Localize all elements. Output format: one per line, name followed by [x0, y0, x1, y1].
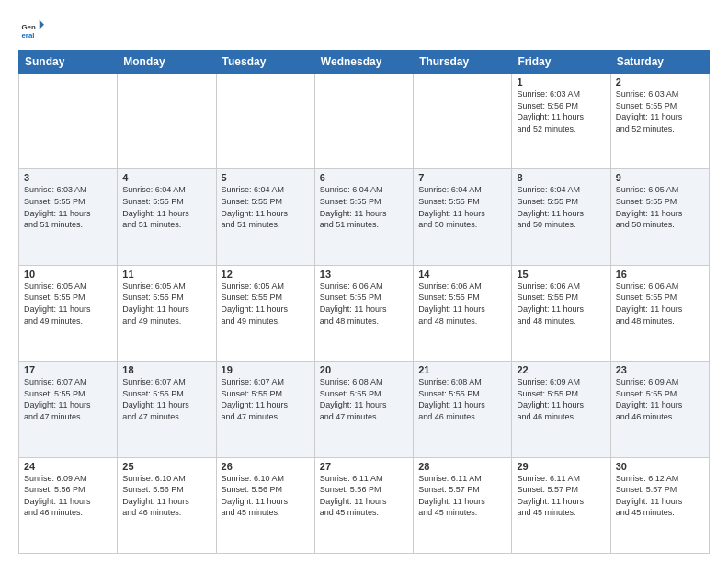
day-cell: 6Sunrise: 6:04 AM Sunset: 5:55 PM Daylig…: [314, 169, 413, 265]
day-info: Sunrise: 6:06 AM Sunset: 5:55 PM Dayligh…: [418, 281, 506, 327]
weekday-header-monday: Monday: [118, 51, 216, 74]
day-number: 4: [122, 172, 210, 183]
day-info: Sunrise: 6:04 AM Sunset: 5:55 PM Dayligh…: [418, 184, 506, 230]
day-cell: 10Sunrise: 6:05 AM Sunset: 5:55 PM Dayli…: [19, 265, 118, 361]
day-number: 29: [517, 461, 605, 472]
day-cell: [414, 74, 512, 169]
day-cell: 28Sunrise: 6:11 AM Sunset: 5:57 PM Dayli…: [414, 457, 512, 553]
weekday-header-friday: Friday: [512, 51, 610, 74]
day-number: 15: [517, 269, 605, 280]
day-number: 10: [24, 269, 112, 280]
calendar-page: Gen eral SundayMondayTuesdayWednesdayThu…: [0, 0, 728, 563]
day-info: Sunrise: 6:08 AM Sunset: 5:55 PM Dayligh…: [418, 376, 506, 422]
weekday-header-wednesday: Wednesday: [314, 51, 413, 74]
day-number: 5: [222, 172, 310, 183]
day-number: 28: [418, 461, 506, 472]
day-cell: 7Sunrise: 6:04 AM Sunset: 5:55 PM Daylig…: [414, 169, 512, 265]
day-cell: 29Sunrise: 6:11 AM Sunset: 5:57 PM Dayli…: [512, 457, 610, 553]
day-info: Sunrise: 6:09 AM Sunset: 5:56 PM Dayligh…: [24, 473, 112, 519]
page-header: Gen eral: [18, 17, 710, 42]
day-cell: [314, 74, 413, 169]
day-cell: [216, 74, 314, 169]
day-number: 1: [517, 76, 605, 87]
day-cell: 20Sunrise: 6:08 AM Sunset: 5:55 PM Dayli…: [314, 362, 413, 457]
day-info: Sunrise: 6:03 AM Sunset: 5:56 PM Dayligh…: [517, 88, 605, 134]
day-info: Sunrise: 6:11 AM Sunset: 5:56 PM Dayligh…: [320, 473, 408, 519]
day-cell: 8Sunrise: 6:04 AM Sunset: 5:55 PM Daylig…: [512, 169, 610, 265]
day-info: Sunrise: 6:06 AM Sunset: 5:55 PM Dayligh…: [616, 281, 704, 327]
day-number: 18: [122, 364, 210, 375]
logo: Gen eral: [18, 17, 48, 42]
day-number: 22: [517, 364, 605, 375]
day-number: 2: [616, 76, 704, 87]
day-cell: 25Sunrise: 6:10 AM Sunset: 5:56 PM Dayli…: [118, 457, 216, 553]
day-info: Sunrise: 6:05 AM Sunset: 5:55 PM Dayligh…: [122, 281, 210, 327]
day-cell: [19, 74, 118, 169]
day-info: Sunrise: 6:11 AM Sunset: 5:57 PM Dayligh…: [517, 473, 605, 519]
day-number: 17: [24, 364, 112, 375]
day-number: 7: [418, 172, 506, 183]
day-cell: 24Sunrise: 6:09 AM Sunset: 5:56 PM Dayli…: [19, 457, 118, 553]
day-info: Sunrise: 6:10 AM Sunset: 5:56 PM Dayligh…: [122, 473, 210, 519]
day-number: 12: [222, 269, 310, 280]
day-cell: 5Sunrise: 6:04 AM Sunset: 5:55 PM Daylig…: [216, 169, 314, 265]
day-info: Sunrise: 6:10 AM Sunset: 5:56 PM Dayligh…: [222, 473, 310, 519]
day-number: 25: [122, 461, 210, 472]
day-info: Sunrise: 6:04 AM Sunset: 5:55 PM Dayligh…: [122, 184, 210, 230]
day-cell: 3Sunrise: 6:03 AM Sunset: 5:55 PM Daylig…: [19, 169, 118, 265]
day-info: Sunrise: 6:07 AM Sunset: 5:55 PM Dayligh…: [122, 376, 210, 422]
day-cell: 22Sunrise: 6:09 AM Sunset: 5:55 PM Dayli…: [512, 362, 610, 457]
day-info: Sunrise: 6:04 AM Sunset: 5:55 PM Dayligh…: [517, 184, 605, 230]
day-number: 21: [418, 364, 506, 375]
day-info: Sunrise: 6:09 AM Sunset: 5:55 PM Dayligh…: [517, 376, 605, 422]
weekday-header-row: SundayMondayTuesdayWednesdayThursdayFrid…: [19, 51, 710, 74]
day-info: Sunrise: 6:06 AM Sunset: 5:55 PM Dayligh…: [517, 281, 605, 327]
day-info: Sunrise: 6:09 AM Sunset: 5:55 PM Dayligh…: [616, 376, 704, 422]
day-number: 13: [320, 269, 408, 280]
day-number: 23: [616, 364, 704, 375]
day-cell: 21Sunrise: 6:08 AM Sunset: 5:55 PM Dayli…: [414, 362, 512, 457]
day-cell: 13Sunrise: 6:06 AM Sunset: 5:55 PM Dayli…: [314, 265, 413, 361]
day-info: Sunrise: 6:04 AM Sunset: 5:55 PM Dayligh…: [320, 184, 408, 230]
day-number: 30: [616, 461, 704, 472]
day-number: 14: [418, 269, 506, 280]
day-cell: 1Sunrise: 6:03 AM Sunset: 5:56 PM Daylig…: [512, 74, 610, 169]
day-info: Sunrise: 6:07 AM Sunset: 5:55 PM Dayligh…: [222, 376, 310, 422]
day-number: 11: [122, 269, 210, 280]
day-number: 24: [24, 461, 112, 472]
day-number: 9: [616, 172, 704, 183]
day-cell: 23Sunrise: 6:09 AM Sunset: 5:55 PM Dayli…: [610, 362, 709, 457]
weekday-header-saturday: Saturday: [610, 51, 709, 74]
weekday-header-thursday: Thursday: [414, 51, 512, 74]
day-info: Sunrise: 6:05 AM Sunset: 5:55 PM Dayligh…: [24, 281, 112, 327]
day-cell: 9Sunrise: 6:05 AM Sunset: 5:55 PM Daylig…: [610, 169, 709, 265]
day-cell: 12Sunrise: 6:05 AM Sunset: 5:55 PM Dayli…: [216, 265, 314, 361]
day-info: Sunrise: 6:03 AM Sunset: 5:55 PM Dayligh…: [616, 88, 704, 134]
day-info: Sunrise: 6:08 AM Sunset: 5:55 PM Dayligh…: [320, 376, 408, 422]
week-row-1: 1Sunrise: 6:03 AM Sunset: 5:56 PM Daylig…: [19, 74, 710, 169]
week-row-3: 10Sunrise: 6:05 AM Sunset: 5:55 PM Dayli…: [19, 265, 710, 361]
day-cell: 26Sunrise: 6:10 AM Sunset: 5:56 PM Dayli…: [216, 457, 314, 553]
week-row-5: 24Sunrise: 6:09 AM Sunset: 5:56 PM Dayli…: [19, 457, 710, 553]
day-number: 27: [320, 461, 408, 472]
day-cell: [118, 74, 216, 169]
weekday-header-tuesday: Tuesday: [216, 51, 314, 74]
day-cell: 17Sunrise: 6:07 AM Sunset: 5:55 PM Dayli…: [19, 362, 118, 457]
day-info: Sunrise: 6:05 AM Sunset: 5:55 PM Dayligh…: [222, 281, 310, 327]
day-number: 20: [320, 364, 408, 375]
day-cell: 14Sunrise: 6:06 AM Sunset: 5:55 PM Dayli…: [414, 265, 512, 361]
day-info: Sunrise: 6:11 AM Sunset: 5:57 PM Dayligh…: [418, 473, 506, 519]
svg-text:eral: eral: [22, 31, 35, 40]
day-cell: 18Sunrise: 6:07 AM Sunset: 5:55 PM Dayli…: [118, 362, 216, 457]
day-cell: 27Sunrise: 6:11 AM Sunset: 5:56 PM Dayli…: [314, 457, 413, 553]
day-number: 6: [320, 172, 408, 183]
day-number: 26: [222, 461, 310, 472]
day-number: 8: [517, 172, 605, 183]
weekday-header-sunday: Sunday: [19, 51, 118, 74]
logo-icon: Gen eral: [18, 17, 44, 42]
day-cell: 15Sunrise: 6:06 AM Sunset: 5:55 PM Dayli…: [512, 265, 610, 361]
day-cell: 30Sunrise: 6:12 AM Sunset: 5:57 PM Dayli…: [610, 457, 709, 553]
day-info: Sunrise: 6:05 AM Sunset: 5:55 PM Dayligh…: [616, 184, 704, 230]
day-number: 3: [24, 172, 112, 183]
day-cell: 11Sunrise: 6:05 AM Sunset: 5:55 PM Dayli…: [118, 265, 216, 361]
